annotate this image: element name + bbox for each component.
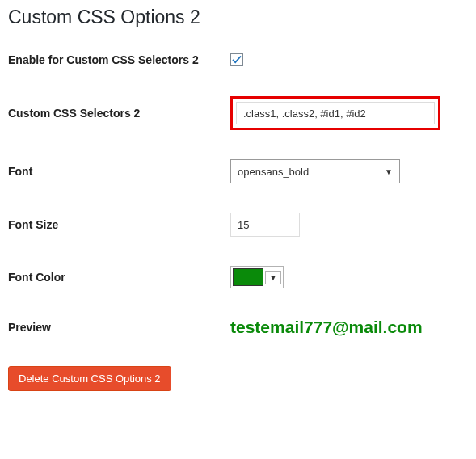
- delete-button[interactable]: Delete Custom CSS Options 2: [8, 366, 171, 391]
- label-enable: Enable for Custom CSS Selectors 2: [8, 53, 230, 67]
- page-title: Custom CSS Options 2: [8, 5, 468, 28]
- label-font: Font: [8, 164, 230, 179]
- row-preview: Preview testemail777@mail.com: [8, 318, 468, 337]
- color-swatch: [233, 268, 263, 286]
- checkmark-icon: [232, 55, 242, 65]
- label-font-color: Font Color: [8, 270, 230, 284]
- chevron-down-icon: ▼: [265, 271, 281, 284]
- font-select-value: opensans_bold: [238, 166, 309, 178]
- label-font-size: Font Size: [8, 217, 230, 232]
- row-font: Font opensans_bold ▼: [8, 159, 468, 183]
- font-color-picker[interactable]: ▼: [230, 266, 284, 288]
- enable-checkbox[interactable]: [230, 53, 243, 66]
- preview-text: testemail777@mail.com: [230, 318, 423, 336]
- font-select[interactable]: opensans_bold ▼: [230, 159, 400, 183]
- selectors-highlight: [230, 96, 440, 130]
- row-font-color: Font Color ▼: [8, 266, 468, 288]
- font-size-input[interactable]: [230, 213, 300, 237]
- row-selectors: Custom CSS Selectors 2: [8, 96, 468, 130]
- row-font-size: Font Size: [8, 213, 468, 237]
- label-selectors: Custom CSS Selectors 2: [8, 106, 230, 120]
- selectors-input[interactable]: [236, 102, 435, 124]
- row-enable: Enable for Custom CSS Selectors 2: [8, 53, 468, 67]
- label-preview: Preview: [8, 320, 230, 335]
- chevron-down-icon: ▼: [385, 167, 393, 176]
